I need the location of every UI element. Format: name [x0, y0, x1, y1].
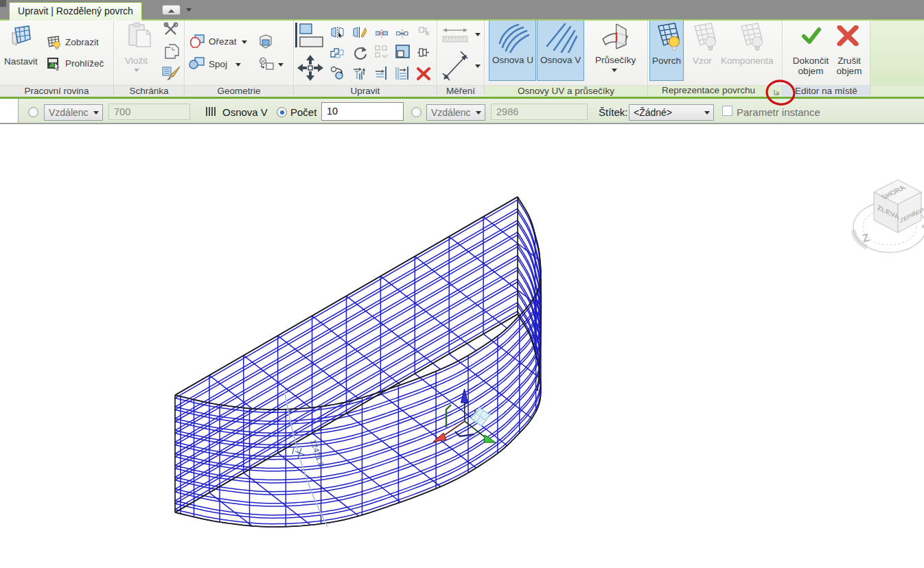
svg-text:P: P: [384, 54, 388, 58]
